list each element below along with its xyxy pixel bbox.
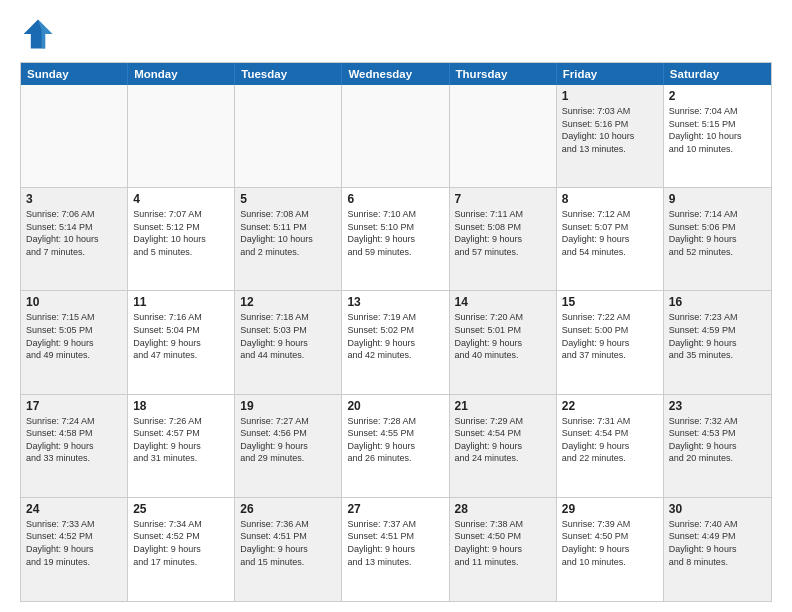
- day-number: 5: [240, 192, 336, 206]
- cal-cell: 25Sunrise: 7:34 AM Sunset: 4:52 PM Dayli…: [128, 498, 235, 601]
- day-number: 18: [133, 399, 229, 413]
- header-day-sunday: Sunday: [21, 63, 128, 85]
- day-info: Sunrise: 7:28 AM Sunset: 4:55 PM Dayligh…: [347, 415, 443, 465]
- day-info: Sunrise: 7:32 AM Sunset: 4:53 PM Dayligh…: [669, 415, 766, 465]
- day-info: Sunrise: 7:19 AM Sunset: 5:02 PM Dayligh…: [347, 311, 443, 361]
- cal-cell: 12Sunrise: 7:18 AM Sunset: 5:03 PM Dayli…: [235, 291, 342, 393]
- day-info: Sunrise: 7:29 AM Sunset: 4:54 PM Dayligh…: [455, 415, 551, 465]
- day-info: Sunrise: 7:37 AM Sunset: 4:51 PM Dayligh…: [347, 518, 443, 568]
- day-number: 20: [347, 399, 443, 413]
- logo: [20, 16, 60, 52]
- day-number: 23: [669, 399, 766, 413]
- calendar-body: 1Sunrise: 7:03 AM Sunset: 5:16 PM Daylig…: [21, 85, 771, 601]
- day-number: 14: [455, 295, 551, 309]
- day-info: Sunrise: 7:26 AM Sunset: 4:57 PM Dayligh…: [133, 415, 229, 465]
- header-day-monday: Monday: [128, 63, 235, 85]
- day-info: Sunrise: 7:11 AM Sunset: 5:08 PM Dayligh…: [455, 208, 551, 258]
- day-info: Sunrise: 7:24 AM Sunset: 4:58 PM Dayligh…: [26, 415, 122, 465]
- day-number: 8: [562, 192, 658, 206]
- day-number: 12: [240, 295, 336, 309]
- day-number: 1: [562, 89, 658, 103]
- cal-cell: 2Sunrise: 7:04 AM Sunset: 5:15 PM Daylig…: [664, 85, 771, 187]
- day-number: 19: [240, 399, 336, 413]
- day-number: 26: [240, 502, 336, 516]
- header-day-friday: Friday: [557, 63, 664, 85]
- cal-cell: [128, 85, 235, 187]
- cal-cell: [450, 85, 557, 187]
- header-day-saturday: Saturday: [664, 63, 771, 85]
- header-day-thursday: Thursday: [450, 63, 557, 85]
- day-info: Sunrise: 7:39 AM Sunset: 4:50 PM Dayligh…: [562, 518, 658, 568]
- cal-cell: 7Sunrise: 7:11 AM Sunset: 5:08 PM Daylig…: [450, 188, 557, 290]
- day-info: Sunrise: 7:18 AM Sunset: 5:03 PM Dayligh…: [240, 311, 336, 361]
- day-info: Sunrise: 7:03 AM Sunset: 5:16 PM Dayligh…: [562, 105, 658, 155]
- day-info: Sunrise: 7:10 AM Sunset: 5:10 PM Dayligh…: [347, 208, 443, 258]
- day-info: Sunrise: 7:31 AM Sunset: 4:54 PM Dayligh…: [562, 415, 658, 465]
- day-number: 6: [347, 192, 443, 206]
- day-number: 11: [133, 295, 229, 309]
- day-info: Sunrise: 7:04 AM Sunset: 5:15 PM Dayligh…: [669, 105, 766, 155]
- day-number: 21: [455, 399, 551, 413]
- cal-cell: 20Sunrise: 7:28 AM Sunset: 4:55 PM Dayli…: [342, 395, 449, 497]
- cal-cell: 23Sunrise: 7:32 AM Sunset: 4:53 PM Dayli…: [664, 395, 771, 497]
- day-number: 27: [347, 502, 443, 516]
- cal-cell: 19Sunrise: 7:27 AM Sunset: 4:56 PM Dayli…: [235, 395, 342, 497]
- day-info: Sunrise: 7:15 AM Sunset: 5:05 PM Dayligh…: [26, 311, 122, 361]
- week-row-2: 3Sunrise: 7:06 AM Sunset: 5:14 PM Daylig…: [21, 188, 771, 291]
- cal-cell: 24Sunrise: 7:33 AM Sunset: 4:52 PM Dayli…: [21, 498, 128, 601]
- day-info: Sunrise: 7:06 AM Sunset: 5:14 PM Dayligh…: [26, 208, 122, 258]
- cal-cell: 8Sunrise: 7:12 AM Sunset: 5:07 PM Daylig…: [557, 188, 664, 290]
- calendar-header: SundayMondayTuesdayWednesdayThursdayFrid…: [21, 63, 771, 85]
- day-number: 3: [26, 192, 122, 206]
- cal-cell: 3Sunrise: 7:06 AM Sunset: 5:14 PM Daylig…: [21, 188, 128, 290]
- cal-cell: 9Sunrise: 7:14 AM Sunset: 5:06 PM Daylig…: [664, 188, 771, 290]
- day-info: Sunrise: 7:12 AM Sunset: 5:07 PM Dayligh…: [562, 208, 658, 258]
- cal-cell: 10Sunrise: 7:15 AM Sunset: 5:05 PM Dayli…: [21, 291, 128, 393]
- cal-cell: 6Sunrise: 7:10 AM Sunset: 5:10 PM Daylig…: [342, 188, 449, 290]
- cal-cell: 30Sunrise: 7:40 AM Sunset: 4:49 PM Dayli…: [664, 498, 771, 601]
- day-info: Sunrise: 7:23 AM Sunset: 4:59 PM Dayligh…: [669, 311, 766, 361]
- cal-cell: 15Sunrise: 7:22 AM Sunset: 5:00 PM Dayli…: [557, 291, 664, 393]
- cal-cell: 18Sunrise: 7:26 AM Sunset: 4:57 PM Dayli…: [128, 395, 235, 497]
- day-number: 10: [26, 295, 122, 309]
- cal-cell: [21, 85, 128, 187]
- logo-icon: [20, 16, 56, 52]
- cal-cell: 17Sunrise: 7:24 AM Sunset: 4:58 PM Dayli…: [21, 395, 128, 497]
- day-info: Sunrise: 7:07 AM Sunset: 5:12 PM Dayligh…: [133, 208, 229, 258]
- day-number: 17: [26, 399, 122, 413]
- day-number: 4: [133, 192, 229, 206]
- cal-cell: 5Sunrise: 7:08 AM Sunset: 5:11 PM Daylig…: [235, 188, 342, 290]
- cal-cell: 28Sunrise: 7:38 AM Sunset: 4:50 PM Dayli…: [450, 498, 557, 601]
- cal-cell: 16Sunrise: 7:23 AM Sunset: 4:59 PM Dayli…: [664, 291, 771, 393]
- cal-cell: 29Sunrise: 7:39 AM Sunset: 4:50 PM Dayli…: [557, 498, 664, 601]
- day-info: Sunrise: 7:36 AM Sunset: 4:51 PM Dayligh…: [240, 518, 336, 568]
- day-number: 15: [562, 295, 658, 309]
- week-row-1: 1Sunrise: 7:03 AM Sunset: 5:16 PM Daylig…: [21, 85, 771, 188]
- day-info: Sunrise: 7:16 AM Sunset: 5:04 PM Dayligh…: [133, 311, 229, 361]
- day-info: Sunrise: 7:38 AM Sunset: 4:50 PM Dayligh…: [455, 518, 551, 568]
- day-number: 22: [562, 399, 658, 413]
- day-number: 25: [133, 502, 229, 516]
- cal-cell: [342, 85, 449, 187]
- day-info: Sunrise: 7:34 AM Sunset: 4:52 PM Dayligh…: [133, 518, 229, 568]
- day-info: Sunrise: 7:27 AM Sunset: 4:56 PM Dayligh…: [240, 415, 336, 465]
- day-info: Sunrise: 7:33 AM Sunset: 4:52 PM Dayligh…: [26, 518, 122, 568]
- day-number: 24: [26, 502, 122, 516]
- day-number: 29: [562, 502, 658, 516]
- cal-cell: 27Sunrise: 7:37 AM Sunset: 4:51 PM Dayli…: [342, 498, 449, 601]
- day-info: Sunrise: 7:14 AM Sunset: 5:06 PM Dayligh…: [669, 208, 766, 258]
- day-number: 2: [669, 89, 766, 103]
- week-row-5: 24Sunrise: 7:33 AM Sunset: 4:52 PM Dayli…: [21, 498, 771, 601]
- page: SundayMondayTuesdayWednesdayThursdayFrid…: [0, 0, 792, 612]
- header: [20, 16, 772, 52]
- cal-cell: 14Sunrise: 7:20 AM Sunset: 5:01 PM Dayli…: [450, 291, 557, 393]
- day-number: 9: [669, 192, 766, 206]
- cal-cell: 26Sunrise: 7:36 AM Sunset: 4:51 PM Dayli…: [235, 498, 342, 601]
- day-info: Sunrise: 7:40 AM Sunset: 4:49 PM Dayligh…: [669, 518, 766, 568]
- cal-cell: 11Sunrise: 7:16 AM Sunset: 5:04 PM Dayli…: [128, 291, 235, 393]
- day-number: 28: [455, 502, 551, 516]
- day-number: 30: [669, 502, 766, 516]
- day-info: Sunrise: 7:22 AM Sunset: 5:00 PM Dayligh…: [562, 311, 658, 361]
- cal-cell: 4Sunrise: 7:07 AM Sunset: 5:12 PM Daylig…: [128, 188, 235, 290]
- header-day-wednesday: Wednesday: [342, 63, 449, 85]
